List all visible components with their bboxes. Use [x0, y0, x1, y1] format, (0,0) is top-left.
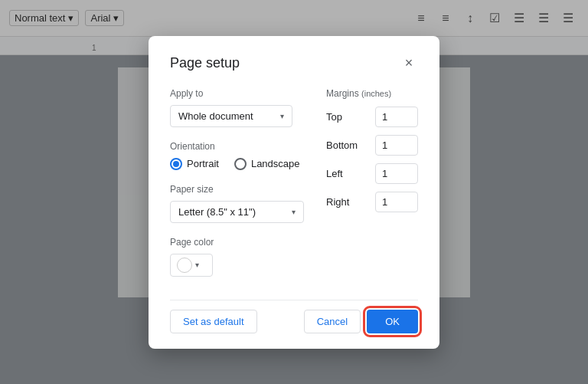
- page-color-label: Page color: [170, 237, 308, 248]
- orientation-label: Orientation: [170, 141, 308, 152]
- top-margin-label: Top: [326, 111, 357, 123]
- portrait-label: Portrait: [187, 158, 219, 169]
- dialog-title: Page setup: [170, 55, 240, 71]
- apply-to-label: Apply to: [170, 88, 308, 99]
- landscape-radio[interactable]: [234, 158, 247, 170]
- left-margin-row: Left: [326, 163, 418, 184]
- dialog-left-column: Apply to Whole document ▾ Orientation Po…: [170, 88, 308, 284]
- dialog-header: Page setup ×: [170, 54, 418, 73]
- bottom-margin-row: Bottom: [326, 135, 418, 156]
- margins-label: Margins (inches): [326, 88, 418, 99]
- portrait-option[interactable]: Portrait: [170, 158, 219, 170]
- paper-size-dropdown[interactable]: Letter (8.5" x 11") ▾: [170, 201, 304, 223]
- orientation-options: Portrait Landscape: [170, 158, 308, 170]
- color-picker-button[interactable]: ▾: [170, 254, 213, 277]
- cancel-button[interactable]: Cancel: [304, 310, 361, 333]
- left-margin-label: Left: [326, 168, 357, 179]
- right-margin-input[interactable]: [375, 192, 418, 212]
- bottom-margin-label: Bottom: [326, 139, 357, 151]
- ok-button[interactable]: OK: [367, 310, 418, 333]
- paper-size-arrow-icon: ▾: [292, 208, 296, 216]
- portrait-radio[interactable]: [170, 158, 182, 170]
- color-picker-arrow-icon: ▾: [195, 261, 199, 269]
- paper-size-section: Paper size Letter (8.5" x 11") ▾: [170, 184, 308, 223]
- top-margin-row: Top: [326, 107, 418, 127]
- orientation-section: Orientation Portrait Landscape: [170, 141, 308, 170]
- page-setup-dialog: Page setup × Apply to Whole document ▾ O…: [149, 36, 439, 349]
- close-button[interactable]: ×: [400, 54, 418, 73]
- dialog-right-column: Margins (inches) Top Bottom Left Right: [326, 88, 418, 284]
- bottom-margin-input[interactable]: [375, 135, 418, 156]
- dialog-footer: Set as default Cancel OK: [170, 300, 418, 333]
- landscape-label: Landscape: [251, 158, 300, 169]
- margins-label-text: Margins: [326, 88, 359, 99]
- landscape-option[interactable]: Landscape: [234, 158, 300, 170]
- top-margin-input[interactable]: [375, 107, 418, 127]
- footer-actions: Cancel OK: [304, 310, 418, 333]
- set-as-default-button[interactable]: Set as default: [170, 310, 257, 333]
- apply-to-arrow-icon: ▾: [280, 112, 284, 120]
- apply-to-value: Whole document: [178, 110, 253, 122]
- right-margin-label: Right: [326, 196, 357, 208]
- page-color-section: Page color ▾: [170, 237, 308, 277]
- right-margin-row: Right: [326, 192, 418, 212]
- paper-size-value: Letter (8.5" x 11"): [178, 206, 256, 218]
- apply-to-dropdown[interactable]: Whole document ▾: [170, 105, 292, 127]
- paper-size-label: Paper size: [170, 184, 308, 195]
- dialog-body: Apply to Whole document ▾ Orientation Po…: [170, 88, 418, 284]
- margins-unit: (inches): [361, 89, 391, 98]
- color-swatch: [177, 258, 192, 273]
- left-margin-input[interactable]: [375, 163, 418, 184]
